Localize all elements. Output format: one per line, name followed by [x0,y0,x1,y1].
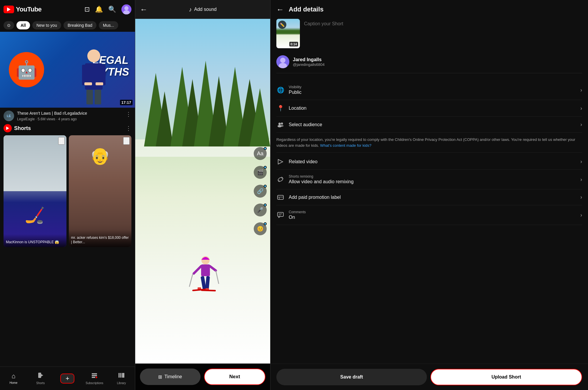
new-to-you-chip[interactable]: New to you [32,21,61,29]
mic-tool-button[interactable]: 🎤 [254,204,267,216]
short-card-hockey[interactable]: 🏒 ⋮ MacKinnon is UNSTOPPABLE 😱 [4,135,66,247]
cast-button[interactable]: ⊡ [84,6,90,13]
search-button[interactable]: 🔍 [108,6,116,13]
svg-rect-5 [82,65,89,85]
music-chip[interactable]: Mus... [99,21,118,29]
remixing-row[interactable]: Shorts remixing Allow video and audio re… [276,170,582,189]
remixing-label: Shorts remixing [289,174,576,179]
text-tool-button[interactable]: Aa [254,147,267,160]
editor-header: ← ♪ Add sound [135,0,270,19]
comments-row[interactable]: Comments On › [276,205,582,225]
svg-marker-49 [278,159,283,164]
svg-line-32 [194,266,201,274]
visibility-text: Visibility Public [289,85,576,95]
tool-dot-1 [264,147,267,150]
svg-rect-14 [92,375,97,376]
filter-tool-button[interactable]: 🎬 [254,166,267,179]
user-info: Jared Ingalls @jaredingalls6804 [293,57,325,67]
next-button[interactable]: Next [204,369,266,385]
audience-row[interactable]: Select audience › [276,117,582,133]
promotion-text: Add paid promotion label [289,195,576,200]
related-video-row[interactable]: Related video › [276,154,582,170]
user-name: Jared Ingalls [293,57,325,62]
youtube-logo-text: YouTube [16,6,41,13]
svg-marker-16 [96,376,98,379]
short-title-oldman: mr. acker refuses kim's $18,000 offer | … [69,230,132,247]
nav-home[interactable]: ⌂ Home [0,372,27,384]
related-text: Related video [289,159,576,164]
timeline-button[interactable]: ⊞ Timeline [140,369,201,385]
music-icon: ♪ [189,6,192,13]
user-avatar[interactable] [121,4,131,14]
user-handle: @jaredingalls6804 [293,62,325,67]
visibility-row[interactable]: 🌐 Visibility Public › [276,80,582,100]
create-button[interactable]: + [60,374,74,384]
caption-input[interactable] [304,19,582,42]
details-back-button[interactable]: ← [276,5,284,14]
details-bottom-bar: Save draft Upload Short [270,364,588,390]
breaking-bad-chip[interactable]: Breaking Bad [64,21,96,29]
remixing-text: Shorts remixing Allow video and audio re… [289,174,576,184]
svg-rect-37 [206,276,210,290]
comments-value: On [289,215,576,220]
shorts-section-title: Shorts [14,125,31,131]
svg-marker-12 [41,374,43,376]
svg-rect-10 [96,82,103,85]
youtube-logo-icon [4,6,14,13]
trees-area [135,36,270,146]
promotion-row[interactable]: Add paid promotion label › [276,189,582,205]
link-tool-button[interactable]: 🔗 [254,185,267,198]
reddit-logo: 🤖 [9,52,44,87]
promotion-icon [276,194,285,200]
comments-text: Comments On [289,210,576,220]
coppa-link[interactable]: What's content made for kids? [320,143,371,148]
nav-shorts[interactable]: Shorts [27,372,54,385]
mic-icon: 🎤 [257,207,263,213]
svg-rect-17 [118,373,120,378]
subscriptions-icon [91,372,98,380]
visibility-icon: 🌐 [276,86,285,94]
svg-rect-50 [278,195,283,199]
svg-rect-7 [86,90,93,104]
related-label: Related video [289,159,576,164]
skier-figure [186,254,222,301]
audience-text: Select audience [289,122,576,127]
editor-back-button[interactable]: ← [140,5,148,14]
location-row[interactable]: 📍 Location › [276,100,582,117]
emoji-tool-button[interactable]: 😊 [254,222,267,235]
coppa-notice: Regardless of your location, you're lega… [276,133,582,153]
short-title-hockey: MacKinnon is UNSTOPPABLE 😱 [4,234,66,247]
location-label: Location [289,106,576,111]
details-content: ✏️ 0:14 Jared Ingalls @jaredingalls6804 … [270,19,588,364]
upload-short-button[interactable]: Upload Short [430,369,582,385]
nav-library[interactable]: Library [108,372,135,385]
short-thumb-hockey: 🏒 [4,135,66,247]
all-chip[interactable]: All [16,21,30,29]
short-more-hockey[interactable]: ⋮ [58,137,65,145]
video-more-button[interactable]: ⋮ [126,111,131,118]
details-user-avatar [276,55,289,68]
svg-line-33 [210,266,216,271]
nav-create[interactable]: + [54,374,81,384]
short-more-oldman[interactable]: ⋮ [123,137,130,145]
ski-scene [135,19,270,364]
video-thumbnail[interactable]: 🤖 LEGAL MYTHS 17:17 [0,32,135,108]
explore-chip[interactable]: ⊙ [4,21,14,29]
svg-point-48 [280,125,284,127]
svg-rect-15 [92,377,95,378]
remixing-value: Allow video and audio remixing [289,179,576,184]
shorts-nav-label: Shorts [36,381,45,385]
short-card-oldman[interactable]: 👴 ⋮ mr. acker refuses kim's $18,000 offe… [69,135,132,247]
details-header: ← Add details [270,0,588,19]
editor-tools: Aa 🎬 🔗 🎤 😊 [254,147,267,235]
svg-point-3 [87,49,100,62]
short-thumbnail-preview[interactable]: ✏️ 0:14 [276,19,300,48]
nav-subscriptions[interactable]: Subscriptions [81,372,108,385]
shorts-more-button[interactable]: ⋮ [126,125,131,132]
promotion-chevron: › [580,194,582,200]
add-sound-area[interactable]: ♪ Add sound [189,6,217,13]
svg-line-35 [216,271,219,284]
save-draft-button[interactable]: Save draft [276,369,427,385]
notification-button[interactable]: 🔔 [95,6,103,13]
tool-dot-5 [264,222,267,225]
